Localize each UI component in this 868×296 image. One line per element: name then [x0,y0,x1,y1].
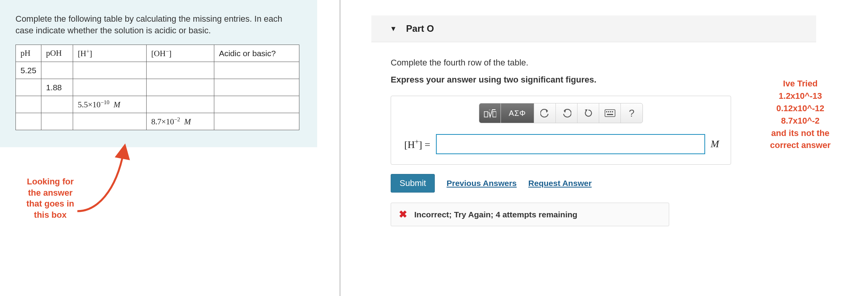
redo-button[interactable] [556,103,578,123]
cell-ph [16,113,41,130]
svg-rect-2 [493,112,496,117]
col-acidic-basic: Acidic or basic? [214,45,299,62]
keyboard-icon [605,109,615,117]
undo-button[interactable] [534,103,556,123]
cell-poh [41,113,73,130]
svg-rect-6 [610,111,611,112]
feedback-box: ✖ Incorrect; Try Again; 4 attempts remai… [391,203,669,226]
annot-line: and its not the [756,127,845,139]
cell-poh [41,62,73,79]
annot-line: Looking for [19,176,81,188]
undo-icon [540,108,550,118]
help-button[interactable]: ? [621,103,642,123]
svg-rect-8 [607,114,613,115]
table-header-row: pH pOH [H+] [OH−] Acidic or basic? [16,45,299,62]
annot-line: the answer [19,188,81,199]
annot-line: correct answer [756,139,845,151]
answer-row: [H+] = M [399,134,723,154]
caret-down-icon: ▼ [390,25,397,33]
cell-h [73,62,146,79]
arrow-icon [73,145,143,223]
annotation-right: Ive Tried 1.2x10^-13 0.12x10^-12 8.7x10^… [756,77,845,151]
cell-ab [214,62,299,79]
question-column: Complete the following table by calculat… [0,0,340,296]
annot-line: 1.2x10^-13 [756,90,845,102]
annot-line: this box [19,210,81,221]
answer-panel: ▫ ΑΣΦ [391,96,731,165]
cell-poh [41,96,73,113]
annot-line: that goes in [19,198,81,210]
svg-text:▫: ▫ [489,108,491,112]
col-poh: pOH [41,45,73,62]
svg-rect-5 [608,111,609,112]
table-row: 5.25 [16,62,299,79]
cell-ab [214,79,299,96]
answer-input[interactable] [436,134,706,154]
cell-oh [146,96,214,113]
reset-button[interactable] [578,103,599,123]
table-row: 8.7×10−2 M [16,113,299,130]
cell-ph [16,79,41,96]
keyboard-button[interactable] [599,103,621,123]
annotation-left: Looking for the answer that goes in this… [19,176,81,220]
prompt-text: Complete the following table by calculat… [15,13,302,36]
col-h: [H+] [73,45,146,62]
templates-button[interactable]: ▫ [479,103,501,123]
previous-answers-link[interactable]: Previous Answers [446,179,516,188]
col-ph: pH [16,45,41,62]
cell-poh: 1.88 [41,79,73,96]
cell-ph [16,96,41,113]
table-row: 5.5×10−10 M [16,96,299,113]
part-header[interactable]: ▼ Part O [371,15,816,42]
greek-button[interactable]: ΑΣΦ [501,103,534,123]
instruction-2: Express your answer using two significan… [391,75,750,85]
incorrect-icon: ✖ [399,208,407,220]
data-table: pH pOH [H+] [OH−] Acidic or basic? 5.25 [15,45,299,130]
cell-h: 5.5×10−10 M [73,96,146,113]
annot-line: 0.12x10^-12 [756,102,845,115]
answer-column: ▼ Part O Complete the fourth row of the … [340,0,868,296]
cell-oh [146,79,214,96]
feedback-text: Incorrect; Try Again; 4 attempts remaini… [414,210,578,219]
cell-ph: 5.25 [16,62,41,79]
svg-rect-7 [612,111,613,112]
submit-button[interactable]: Submit [391,174,435,193]
col-oh: [OH−] [146,45,214,62]
table-row: 1.88 [16,79,299,96]
svg-rect-0 [484,112,488,117]
reset-icon [584,108,593,118]
redo-icon [562,108,571,118]
cell-oh: 8.7×10−2 M [146,113,214,130]
svg-rect-3 [605,110,615,117]
request-answer-link[interactable]: Request Answer [528,179,592,188]
answer-label: [H+] = [404,138,431,151]
cell-h [73,79,146,96]
cell-h [73,113,146,130]
cell-ab [214,113,299,130]
equation-toolbar: ▫ ΑΣΦ [479,103,643,123]
part-body: Complete the fourth row of the table. Ex… [340,42,750,226]
answer-unit: M [711,138,723,150]
cell-oh [146,62,214,79]
cell-ab [214,96,299,113]
annot-line: 8.7x10^-2 [756,115,845,127]
prompt-box: Complete the following table by calculat… [0,0,317,147]
annot-line: Ive Tried [756,77,845,90]
instruction-1: Complete the fourth row of the table. [391,58,750,68]
action-row: Submit Previous Answers Request Answer [391,174,750,193]
part-title: Part O [406,23,434,34]
templates-icon: ▫ [484,108,496,118]
svg-rect-4 [606,111,607,112]
